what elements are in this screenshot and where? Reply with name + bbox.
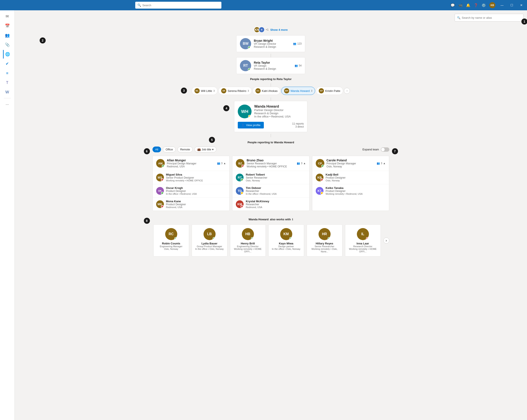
- selected-info: Wanda Howard Partner Design Director Res…: [254, 105, 291, 118]
- tab-label-katri: Katri Ahokas: [262, 89, 278, 93]
- show-more-button[interactable]: Show 4 more: [270, 28, 288, 32]
- title-robert: Senior Researcher: [246, 176, 267, 179]
- filter-all[interactable]: All: [153, 147, 161, 152]
- filter-area: 6 7 All Office Remote 💼 Job title ▾ Expa…: [153, 147, 389, 156]
- person-count-bryan: 👥 123: [293, 42, 302, 45]
- filter-office[interactable]: Office: [163, 147, 176, 152]
- name-henry: Henry Brill: [233, 242, 263, 245]
- row-krystal[interactable]: KM Krystal McKinney Researcher Redmond, …: [232, 198, 309, 211]
- tab-count-will: 3: [213, 90, 215, 92]
- team-header-bruno[interactable]: BZ Bruno Zhao Senior Research Manager Wo…: [232, 156, 309, 171]
- avatar-kadji: KB: [316, 174, 323, 181]
- person-card-reta[interactable]: RT Reta Taylor VP, Design Research & Des…: [236, 57, 305, 74]
- name-miguel: Miguel Silva: [166, 173, 203, 176]
- row-oscar[interactable]: OK Oscar Krogh Product Designer In the o…: [153, 184, 230, 198]
- avatar-oscar: OK: [156, 187, 164, 195]
- sidebar-item-more[interactable]: ···: [3, 100, 12, 109]
- annotation-2: 2: [40, 37, 46, 43]
- card-henry[interactable]: HB Henry Brill Engineering Director Work…: [230, 224, 266, 256]
- row-tim[interactable]: TD Tim Deboer Researcher In the office •…: [232, 184, 309, 198]
- avatar-extra: +: [259, 27, 265, 33]
- expand-icon-allan: ▲: [223, 162, 226, 165]
- expand-team-label: Expand team: [362, 148, 379, 151]
- minimize-button[interactable]: —: [499, 3, 505, 8]
- sidebar-item-check[interactable]: ✔: [3, 59, 12, 68]
- view-profile-button[interactable]: 👤 View profile: [238, 122, 264, 128]
- row-kadji[interactable]: KB Kadji Bell Product Designer Oslo, Nor…: [312, 171, 389, 184]
- row-keiko[interactable]: KT Keiko Tanaka Product Designer Working…: [312, 184, 389, 197]
- help-icon[interactable]: ❓: [474, 3, 478, 7]
- name-hillary: Hillary Reyes: [309, 242, 340, 245]
- expand-toggle: Expand team: [362, 147, 389, 152]
- loc-keiko: Working remotely • Redmond, USA: [326, 193, 363, 195]
- avatar[interactable]: KB: [489, 2, 495, 8]
- people-icon: 👥: [293, 42, 296, 45]
- avatar-krystal: KM: [236, 200, 244, 208]
- people-icon-carole: 👥: [377, 162, 380, 165]
- row-robert[interactable]: RT Robert Tolbert Senior Researcher Oslo…: [232, 171, 309, 184]
- info-bruno: Bruno Zhao Senior Research Manager Worki…: [247, 158, 287, 168]
- close-button[interactable]: ✕: [518, 3, 524, 8]
- tab-serena[interactable]: SR Serena Ribeiro 3: [218, 87, 252, 95]
- sidebar-item-org[interactable]: 🌐: [3, 50, 12, 59]
- title-carole: Principal Design Manager: [327, 162, 356, 165]
- more-tabs-button[interactable]: ›: [344, 88, 350, 94]
- team-grid: AM Allan Munger Principal Design Manager…: [153, 156, 389, 211]
- sidebar-item-teams[interactable]: T: [3, 78, 12, 87]
- settings-icon[interactable]: ⚙️: [482, 3, 486, 7]
- restore-button[interactable]: ☐: [509, 3, 515, 8]
- status-krystal: [241, 205, 244, 208]
- avatar-wanda-tab: WH: [284, 88, 289, 93]
- tab-wanda[interactable]: WH Wanda Howard 3: [281, 87, 315, 95]
- sidebar-item-calendar[interactable]: 📅: [3, 21, 12, 30]
- team-header-allan[interactable]: AM Allan Munger Principal Design Manager…: [153, 156, 230, 171]
- annotation-4: 4: [223, 105, 229, 111]
- name-kayo: Kayo Miwa: [271, 242, 301, 245]
- bell-icon[interactable]: 🔔: [466, 3, 470, 7]
- view-profile-label: View profile: [246, 124, 260, 127]
- team-col-carole: CP Carole Poland Principal Design Manage…: [312, 156, 389, 211]
- filter-bar: All Office Remote 💼 Job title ▾ Expand t…: [153, 147, 389, 152]
- sidebar-item-mail[interactable]: ✉: [3, 12, 12, 21]
- info-mona: Mona Kane Product Designer Redmond, USA: [166, 200, 186, 209]
- info-icon: ℹ: [292, 218, 293, 221]
- sidebar-item-people[interactable]: 👥: [3, 31, 12, 40]
- person-title-bryan: VP, Design Director: [254, 42, 291, 45]
- card-kayo[interactable]: KM Kayo Miwa Design partner In the offic…: [268, 224, 304, 256]
- person-card-bryan[interactable]: BW Bryan Wright VP, Design Director Rese…: [236, 35, 305, 52]
- loc-mona: Redmond, USA: [166, 206, 186, 209]
- row-mona[interactable]: MK Mona Kane Product Designer Redmond, U…: [153, 198, 230, 211]
- selected-person-card[interactable]: WH Wanda Howard Partner Design Director …: [234, 101, 307, 132]
- card-lydia[interactable]: LB Lydia Bauer Group Product Manager In …: [192, 224, 227, 256]
- expand-toggle-switch[interactable]: [381, 147, 389, 152]
- main-content: 🔍 1 KN + +1 Show 4 more 2: [15, 10, 527, 420]
- tab-kristin[interactable]: KP Kristin Patte: [316, 87, 343, 95]
- video-icon[interactable]: 📹: [458, 3, 463, 7]
- sidebar-item-attach[interactable]: 📎: [3, 41, 12, 49]
- card-inna[interactable]: IL Inna Laar Research Director Working r…: [345, 224, 381, 256]
- card-robin[interactable]: RC Robin Counts Engineering Manager Oslo…: [153, 224, 189, 256]
- count-carole: 👥 3 ▲: [377, 162, 386, 165]
- titlebar-controls: 💬 📹 🔔 ❓ ⚙️ KB — ☐ ✕: [450, 2, 524, 8]
- tab-katri[interactable]: KA Katri Ahokas: [253, 87, 280, 95]
- filter-job-title[interactable]: 💼 Job title ▾: [195, 147, 216, 152]
- sidebar-item-list[interactable]: ≡: [3, 69, 12, 77]
- info-krystal: Krystal McKinney Researcher Redmond, USA: [246, 200, 269, 209]
- titlebar-search-box[interactable]: 🔍: [135, 2, 221, 9]
- people-icon-reta: 👥: [295, 64, 298, 67]
- sidebar-item-word[interactable]: W: [3, 88, 12, 96]
- filter-remote[interactable]: Remote: [177, 147, 193, 152]
- card-hillary[interactable]: HR Hillary Reyes Senior Researcher Worki…: [307, 224, 342, 256]
- people-search-bar[interactable]: 🔍: [455, 14, 524, 21]
- row-miguel[interactable]: MS Miguel Silva Senior Product Designer …: [153, 171, 230, 184]
- status-carole: [321, 165, 324, 168]
- loc-inna: Working remotely • HOME OFFI...: [348, 248, 378, 253]
- avatar-reta: RT: [240, 60, 251, 71]
- status-inna: [366, 237, 369, 240]
- tab-will[interactable]: WL Will Little 3: [192, 87, 218, 95]
- titlebar-search-input[interactable]: [142, 4, 219, 7]
- chat-icon[interactable]: 💬: [450, 3, 455, 7]
- team-header-carole[interactable]: CP Carole Poland Principal Design Manage…: [312, 156, 389, 171]
- people-search-input[interactable]: [462, 16, 521, 19]
- carousel-next-button[interactable]: ›: [383, 238, 389, 243]
